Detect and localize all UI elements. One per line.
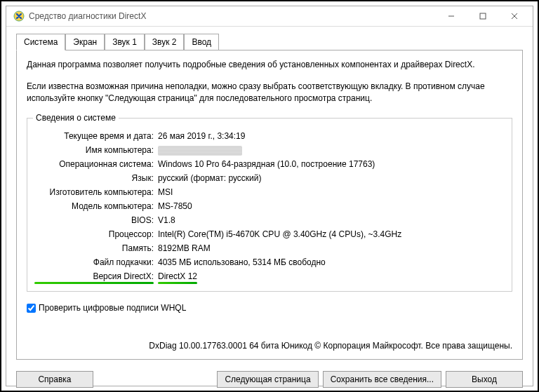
value-computer-name bbox=[158, 144, 505, 156]
tab-bar: Система Экран Звук 1 Звук 2 Ввод bbox=[16, 34, 523, 50]
button-bar: Справка Следующая страница Сохранить все… bbox=[6, 365, 533, 392]
label-lang: Язык: bbox=[34, 172, 154, 184]
value-model: MS-7850 bbox=[158, 200, 505, 212]
value-cpu: Intel(R) Core(TM) i5-4670K CPU @ 3.40GHz… bbox=[158, 228, 505, 241]
next-page-button[interactable]: Следующая страница bbox=[217, 371, 318, 388]
footer-copyright: DxDiag 10.00.17763.0001 64 бита Юникод ©… bbox=[27, 341, 512, 351]
label-datetime: Текущее время и дата: bbox=[34, 130, 154, 142]
value-ram: 8192MB RAM bbox=[158, 242, 505, 255]
row-bios: BIOS: V1.8 bbox=[34, 214, 505, 227]
label-model: Модель компьютера: bbox=[34, 200, 154, 212]
redacted-value bbox=[158, 146, 242, 156]
label-manufacturer: Изготовитель компьютера: bbox=[34, 186, 154, 198]
tab-display[interactable]: Экран bbox=[65, 34, 105, 50]
value-manufacturer: MSI bbox=[158, 186, 505, 198]
whql-checkbox[interactable] bbox=[27, 304, 36, 313]
dxdiag-icon bbox=[13, 11, 25, 22]
row-datetime: Текущее время и дата: 26 мая 2019 г., 3:… bbox=[34, 130, 505, 142]
tab-sound1[interactable]: Звук 1 bbox=[105, 34, 145, 50]
system-info-group: Сведения о системе Текущее время и дата:… bbox=[27, 118, 512, 292]
close-button[interactable] bbox=[498, 6, 530, 26]
label-directx: Версия DirectX: bbox=[34, 270, 154, 283]
row-cpu: Процессор: Intel(R) Core(TM) i5-4670K CP… bbox=[34, 228, 505, 241]
exit-button[interactable]: Выход bbox=[446, 371, 523, 388]
label-bios: BIOS: bbox=[34, 214, 154, 227]
row-ram: Память: 8192MB RAM bbox=[34, 242, 505, 255]
row-directx: Версия DirectX: DirectX 12 bbox=[34, 270, 505, 283]
tab-system[interactable]: Система bbox=[16, 34, 65, 50]
whql-checkbox-label: Проверить цифровые подписи WHQL bbox=[39, 303, 186, 313]
tab-sound2[interactable]: Звук 2 bbox=[145, 34, 185, 50]
intro-text-2: Если известна возможная причина неполадк… bbox=[27, 81, 512, 104]
help-button[interactable]: Справка bbox=[16, 371, 93, 388]
label-cpu: Процессор: bbox=[34, 228, 154, 241]
row-pagefile: Файл подкачки: 4035 МБ использовано, 531… bbox=[34, 256, 505, 269]
window-title: Средство диагностики DirectX bbox=[29, 11, 435, 21]
whql-checkbox-row[interactable]: Проверить цифровые подписи WHQL bbox=[27, 303, 512, 313]
titlebar: Средство диагностики DirectX bbox=[6, 6, 533, 27]
value-datetime: 26 мая 2019 г., 3:34:19 bbox=[158, 130, 505, 142]
tab-panel-system: Данная программа позволяет получить подр… bbox=[16, 50, 523, 360]
group-legend: Сведения о системе bbox=[33, 113, 119, 123]
value-pagefile: 4035 МБ использовано, 5314 МБ свободно bbox=[158, 256, 505, 269]
row-lang: Язык: русский (формат: русский) bbox=[34, 172, 505, 184]
label-os: Операционная система: bbox=[34, 158, 154, 170]
label-ram: Память: bbox=[34, 242, 154, 255]
row-model: Модель компьютера: MS-7850 bbox=[34, 200, 505, 212]
label-computer-name: Имя компьютера: bbox=[34, 144, 154, 156]
dxdiag-window: Средство диагностики DirectX Система Экр… bbox=[6, 6, 533, 386]
row-computer-name: Имя компьютера: bbox=[34, 144, 505, 156]
tab-input[interactable]: Ввод bbox=[184, 34, 219, 50]
value-directx: DirectX 12 bbox=[158, 270, 197, 283]
value-os: Windows 10 Pro 64-разрядная (10.0, постр… bbox=[158, 158, 505, 170]
intro-text-1: Данная программа позволяет получить подр… bbox=[27, 59, 512, 71]
svg-rect-2 bbox=[480, 13, 486, 19]
row-os: Операционная система: Windows 10 Pro 64-… bbox=[34, 158, 505, 170]
row-manufacturer: Изготовитель компьютера: MSI bbox=[34, 186, 505, 198]
minimize-button[interactable] bbox=[435, 6, 467, 26]
label-pagefile: Файл подкачки: bbox=[34, 256, 154, 269]
save-all-button[interactable]: Сохранить все сведения... bbox=[323, 371, 441, 388]
maximize-button[interactable] bbox=[467, 6, 498, 26]
value-lang: русский (формат: русский) bbox=[158, 172, 505, 184]
value-bios: V1.8 bbox=[158, 214, 505, 227]
